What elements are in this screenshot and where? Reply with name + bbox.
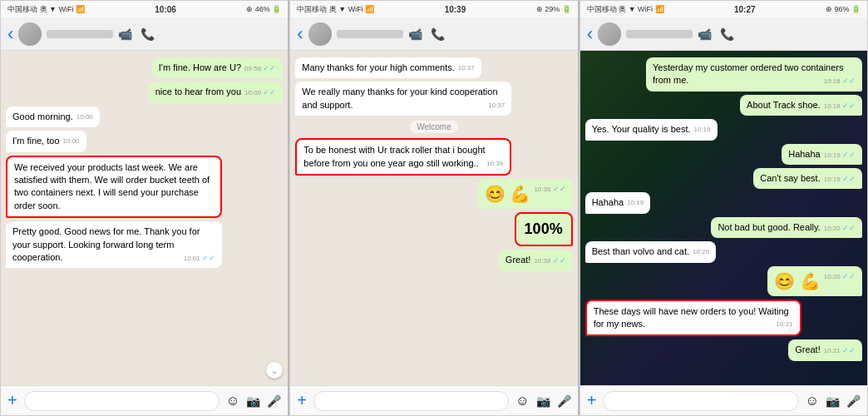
voice-call-icon[interactable]: 📞: [141, 27, 155, 41]
message-bubble: Great!10:38 ✓✓: [499, 250, 573, 270]
bubble-time: 10:00 ✓✓: [244, 87, 276, 98]
message-bubble: Best than volvo and cat.10:20: [585, 241, 716, 262]
message-bubble: Yes. Your quality is best.10:19: [585, 119, 718, 140]
bubble-row-sent: Yesterday my customer ordered two contai…: [585, 57, 862, 92]
microphone-icon[interactable]: 🎤: [846, 394, 861, 408]
message-bubble: Great!10:21 ✓✓: [788, 339, 862, 360]
bubble-text: I'm fine. How are U?: [159, 62, 241, 72]
bubble-text: Good morning.: [12, 111, 73, 121]
add-attachment-button[interactable]: +: [7, 391, 17, 410]
bubble-row-received: Yes. Your quality is best.10:19: [585, 119, 862, 140]
message-bubble: We really many thanks for your kind coop…: [295, 82, 511, 116]
message-input[interactable]: [24, 391, 219, 411]
read-tick: ✓✓: [842, 346, 856, 354]
bubble-row-sent: About Track shoe.10:18 ✓✓: [585, 95, 862, 116]
bubble-text: We really many thanks for your kind coop…: [302, 87, 497, 109]
emoji-icon[interactable]: ☺: [515, 394, 529, 409]
message-bubble: I'm fine, too10:00: [6, 131, 86, 151]
back-button[interactable]: ‹: [7, 23, 13, 45]
video-call-icon[interactable]: 📹: [698, 27, 712, 41]
nav-icons: 📹 📞: [118, 27, 155, 41]
microphone-icon[interactable]: 🎤: [267, 394, 281, 408]
video-call-icon[interactable]: 📹: [118, 27, 132, 41]
bubble-row-received: Pretty good. Good news for me. Thank you…: [6, 221, 283, 268]
bubble-time: 10:20: [693, 247, 709, 256]
chat-area: Yesterday my customer ordered two contai…: [580, 51, 867, 385]
message-bubble: Yesterday my customer ordered two contai…: [646, 57, 862, 92]
bubble-time: 10:19 ✓✓: [824, 150, 856, 161]
bubble-text: Yesterday my customer ordered two contai…: [653, 62, 843, 85]
camera-icon[interactable]: 📷: [826, 394, 840, 408]
back-button[interactable]: ‹: [587, 23, 593, 45]
message-bubble: Can't say best.10:19 ✓✓: [753, 168, 862, 189]
bubble-time: 10:18 ✓✓: [824, 101, 856, 111]
status-carrier: 中国移动 奥 ▼ WiFi 📶: [297, 4, 374, 15]
bubble-text: Can't say best.: [760, 173, 820, 183]
message-input[interactable]: [603, 391, 798, 411]
bubble-time: 10:19 ✓✓: [824, 174, 856, 185]
status-battery: ⊕ 96% 🔋: [826, 5, 861, 13]
bubble-text: Many thanks for your high comments.: [302, 62, 454, 72]
status-battery: ⊕ 46% 🔋: [246, 5, 281, 13]
bottom-bar: + ☺ 📷 🎤: [290, 385, 577, 415]
read-tick: ✓✓: [553, 185, 566, 193]
read-tick: ✓✓: [842, 151, 856, 159]
bottom-bar: + ☺ 📷 🎤: [580, 385, 867, 415]
avatar: [18, 22, 42, 46]
nav-icons: 📹 📞: [698, 27, 734, 41]
status-time: 10:06: [155, 5, 176, 14]
message-bubble: I'm fine. How are U?09:58 ✓✓: [152, 57, 284, 78]
bubble-text: These days will have new orders to you! …: [594, 306, 789, 329]
bubble-text: To be honest with Ur track roller that i…: [303, 145, 485, 167]
read-tick: ✓✓: [263, 88, 276, 97]
camera-icon[interactable]: 📷: [246, 394, 260, 408]
bubble-row-sent: I'm fine. How are U?09:58 ✓✓: [6, 57, 283, 78]
bottom-bar: + ☺ 📷 🎤: [1, 385, 288, 415]
bubble-text: Not bad but good. Really.: [718, 222, 820, 232]
bubble-text: We received your products last week. We …: [14, 162, 210, 210]
bubble-time: 10:20 ✓✓: [824, 223, 856, 234]
voice-call-icon[interactable]: 📞: [431, 27, 445, 41]
chat-area: I'm fine. How are U?09:58 ✓✓nice to hear…: [1, 51, 288, 385]
center-label: Welcome: [410, 121, 458, 133]
message-bubble: About Track shoe.10:18 ✓✓: [740, 95, 862, 116]
bubble-row-received: Good morning.10:00: [6, 106, 283, 127]
bubble-text: About Track shoe.: [747, 100, 821, 110]
microphone-icon[interactable]: 🎤: [557, 394, 571, 408]
bubble-time: 10:20 ✓✓: [824, 271, 856, 282]
emoji-icon[interactable]: ☺: [226, 394, 239, 409]
contact-name: [337, 30, 403, 38]
video-call-icon[interactable]: 📹: [408, 27, 422, 41]
camera-icon[interactable]: 📷: [536, 394, 550, 408]
read-tick: ✓✓: [263, 64, 276, 72]
bubble-time: 10:38 ✓✓: [534, 184, 565, 195]
bubble-row-received: To be honest with Ur track roller that i…: [295, 138, 572, 176]
emoji-icon[interactable]: ☺: [806, 394, 819, 409]
bubble-text: Hahaha: [592, 197, 624, 207]
bubble-text: Best than volvo and cat.: [592, 246, 689, 256]
bubble-time: 10:18 ✓✓: [824, 76, 856, 87]
status-bar: 中国移动 奥 ▼ WiFi 📶 10:06 ⊕ 46% 🔋: [1, 1, 288, 17]
message-bubble: Good morning.10:00: [6, 106, 100, 127]
bubble-row-sent: Great!10:38 ✓✓: [295, 250, 572, 270]
message-bubble: These days will have new orders to you! …: [585, 300, 801, 337]
status-battery: ⊕ 29% 🔋: [536, 5, 571, 13]
message-input[interactable]: [313, 391, 509, 411]
add-attachment-button[interactable]: +: [297, 391, 307, 410]
bubble-text: 😊 💪: [774, 272, 821, 290]
message-bubble: nice to hear from you10:00 ✓✓: [149, 82, 284, 102]
bubble-time: 10:01 ✓✓: [184, 253, 215, 264]
message-bubble: Pretty good. Good news for me. Thank you…: [6, 221, 222, 268]
add-attachment-button[interactable]: +: [587, 391, 597, 410]
read-tick: ✓✓: [842, 102, 856, 110]
message-bubble: Many thanks for your high comments.10:37: [295, 57, 481, 78]
voice-call-icon[interactable]: 📞: [720, 27, 734, 41]
bubble-text: Great!: [506, 255, 531, 265]
bubble-row-sent: Hahaha10:19 ✓✓: [585, 144, 862, 165]
message-bubble: To be honest with Ur track roller that i…: [295, 138, 511, 176]
bubble-text: Yes. Your quality is best.: [592, 124, 691, 134]
read-tick: ✓✓: [842, 77, 856, 85]
read-tick: ✓✓: [553, 256, 566, 265]
nav-bar: ‹ 📹 📞: [290, 17, 577, 51]
back-button[interactable]: ‹: [297, 23, 303, 45]
